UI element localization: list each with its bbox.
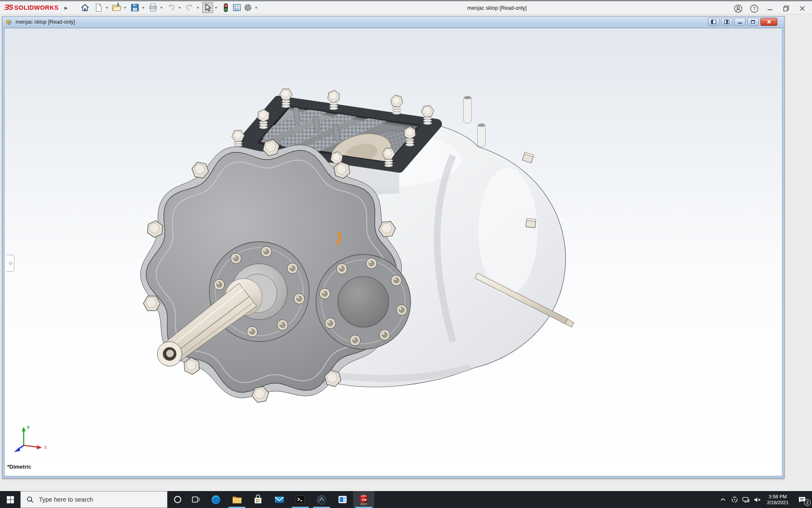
boss-socket-bolt[interactable]	[230, 253, 241, 264]
menu-flyout-arrow[interactable]: ▶	[65, 6, 68, 10]
hexagon-app-icon	[316, 494, 327, 505]
boss-socket-bolt[interactable]	[337, 264, 347, 274]
boss-socket-bolt[interactable]	[396, 305, 407, 315]
document-close-button[interactable]	[760, 18, 777, 26]
graphics-viewport[interactable]: Y X *Dimetric	[4, 28, 782, 476]
gearbox-3d-model[interactable]	[5, 28, 782, 476]
update-circle-icon[interactable]	[729, 491, 740, 508]
document-title: menjac sklop [Read-only]	[16, 19, 75, 25]
save-icon[interactable]	[129, 2, 140, 13]
taskbar-search[interactable]	[20, 491, 167, 508]
boss-socket-bolt[interactable]	[366, 258, 377, 269]
open-dropdown[interactable]: ▼	[122, 2, 128, 13]
volume-muted-icon[interactable]	[752, 491, 763, 508]
print-icon[interactable]	[148, 2, 159, 13]
document-minimize-button[interactable]	[734, 18, 746, 26]
redo-icon[interactable]	[184, 2, 195, 13]
help-icon[interactable]: ?	[748, 3, 760, 14]
cortana-button[interactable]	[167, 491, 188, 508]
svg-text:?: ?	[753, 6, 755, 11]
assembly-document-icon	[5, 18, 13, 26]
solidworks-logo: ƎS SOLIDWORKS	[4, 3, 59, 12]
boss-socket-bolt[interactable]	[247, 326, 258, 337]
close-icon[interactable]	[796, 3, 809, 14]
taskbar-clock[interactable]: 3:58 PM 2/16/2021	[765, 494, 791, 505]
taskbar-app-solidworks[interactable]: SW 2021	[353, 491, 374, 508]
mdi-background: menjac sklop [Read-only]	[0, 16, 812, 491]
boss-socket-bolt[interactable]	[391, 275, 401, 286]
corner-stud[interactable]	[464, 96, 472, 123]
boss-socket-bolt[interactable]	[379, 329, 390, 340]
minimize-icon[interactable]	[764, 3, 776, 14]
boss-socket-bolt[interactable]	[261, 246, 272, 257]
command-prompt-icon	[295, 494, 305, 505]
panel-expand-knob[interactable]	[9, 262, 12, 265]
store-icon	[253, 494, 263, 505]
corner-stud[interactable]	[477, 124, 486, 147]
taskbar-app-panels[interactable]	[332, 491, 353, 508]
network-icon[interactable]	[740, 491, 752, 508]
pane-right-button[interactable]	[721, 18, 732, 26]
taskbar-app-mail[interactable]	[269, 491, 290, 508]
quick-access-toolbar: ▼ ▼ ▼ ▼ ▼ ▼ ▼ ▼	[80, 2, 261, 13]
windows-logo-icon	[7, 496, 14, 503]
new-document-icon[interactable]	[93, 2, 104, 13]
action-center-button[interactable]: 2	[793, 491, 812, 508]
rebuild-stoplight-icon[interactable]	[220, 2, 231, 13]
options-gear-icon[interactable]	[242, 2, 253, 13]
system-tray: 3:58 PM 2/16/2021 2	[717, 491, 812, 508]
taskbar-app-hexagon[interactable]	[311, 491, 332, 508]
document-restore-button[interactable]	[747, 18, 759, 26]
undo-dropdown[interactable]: ▼	[177, 2, 182, 13]
triad-x-label: X	[44, 445, 47, 450]
titlebar-controls: ?	[732, 3, 809, 14]
task-report-icon[interactable]	[231, 2, 242, 13]
start-button[interactable]	[0, 491, 20, 508]
search-icon	[27, 496, 34, 503]
boss-socket-bolt[interactable]	[287, 263, 298, 273]
windows-taskbar: SW 2021 3:58 PM 2/16/2021	[0, 491, 812, 508]
home-icon[interactable]	[80, 2, 91, 13]
open-icon[interactable]	[111, 2, 122, 13]
boss-socket-bolt[interactable]	[325, 318, 336, 329]
boss-socket-bolt[interactable]	[214, 279, 225, 290]
triad-y-label: Y	[27, 425, 30, 430]
pane-left-button[interactable]	[708, 18, 719, 26]
reference-triad: Y X	[11, 423, 51, 454]
print-dropdown[interactable]: ▼	[159, 2, 164, 13]
boss-socket-bolt[interactable]	[277, 320, 288, 330]
boss-socket-bolt[interactable]	[320, 288, 330, 299]
taskbar-app-store[interactable]	[247, 491, 269, 508]
hidden-icons-chevron[interactable]	[717, 491, 729, 508]
taskbar-app-file-explorer[interactable]	[226, 491, 247, 508]
document-titlebar[interactable]: menjac sklop [Read-only]	[3, 17, 784, 28]
search-input[interactable]	[38, 496, 152, 503]
feature-manager-collapsed-tab[interactable]	[7, 255, 14, 272]
select-dropdown[interactable]: ▼	[213, 2, 219, 13]
file-explorer-icon	[232, 494, 242, 505]
undo-icon[interactable]	[166, 2, 177, 13]
save-dropdown[interactable]: ▼	[140, 2, 146, 13]
new-document-dropdown[interactable]: ▼	[104, 2, 110, 13]
taskbar-app-edge[interactable]	[205, 491, 226, 508]
boss-socket-bolt[interactable]	[294, 293, 304, 304]
task-view-button[interactable]	[185, 491, 206, 508]
window-title: menjac sklop [Read-only]	[444, 5, 550, 11]
select-arrow-icon[interactable]	[202, 2, 213, 13]
options-dropdown[interactable]: ▼	[253, 2, 259, 13]
clock-time: 3:58 PM	[765, 494, 791, 500]
redo-dropdown[interactable]: ▼	[195, 2, 200, 13]
taskbar-app-command-prompt[interactable]	[290, 491, 311, 508]
output-shaft-boss[interactable]	[316, 254, 411, 349]
boss-socket-bolt[interactable]	[350, 335, 360, 345]
dassault-logo-glyph: ƎS	[4, 3, 13, 12]
cover-spring-bolt[interactable]	[390, 95, 403, 115]
account-icon[interactable]	[732, 3, 744, 14]
panels-app-icon	[337, 494, 348, 505]
clock-date: 2/16/2021	[765, 500, 791, 505]
brand-text: SOLIDWORKS	[14, 4, 59, 11]
taskbar-apps: SW 2021	[205, 491, 374, 508]
solidworks-year: 2021	[360, 502, 368, 506]
solidworks-2021-icon: SW 2021	[357, 493, 370, 506]
restore-icon[interactable]	[780, 3, 793, 14]
